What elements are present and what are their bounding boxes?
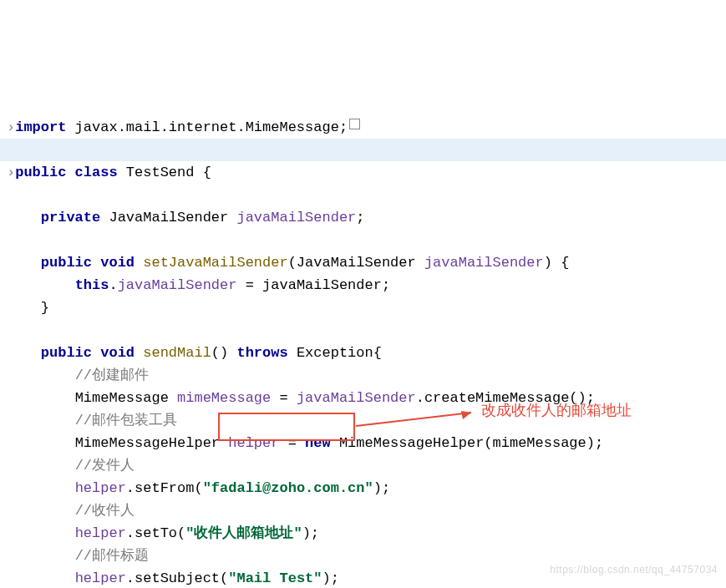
keyword-private: private: [41, 210, 100, 226]
method-name: setJavaMailSender: [135, 255, 288, 271]
comment: //创建邮件: [75, 368, 149, 383]
keyword-import: import: [15, 119, 66, 135]
keyword-public-void: public void: [41, 345, 135, 361]
fold-marker: ›: [7, 165, 15, 180]
keyword-throws: throws: [236, 345, 287, 361]
highlighted-line: [0, 139, 726, 161]
string-to-email: "收件人邮箱地址": [185, 525, 302, 541]
keyword-this: this: [75, 277, 109, 293]
collapse-icon: [349, 119, 360, 129]
field-name: javaMailSender: [236, 210, 356, 226]
keyword-new: new: [305, 435, 331, 451]
fold-marker: ›: [7, 119, 15, 135]
annotation-text: 改成收件人的邮箱地址: [481, 399, 632, 422]
comment: //邮件标题: [75, 548, 149, 564]
method-name: sendMail: [135, 345, 211, 361]
comment: //收件人: [75, 503, 135, 519]
comment: //邮件包装工具: [75, 413, 177, 428]
watermark: https://blog.csdn.net/qq_44757034: [550, 559, 718, 581]
string-from-email: "fadali@zoho.com.cn": [203, 480, 373, 496]
keyword-public-class: public class: [15, 165, 117, 180]
code-editor: ›import javax.mail.internet.MimeMessage;…: [0, 90, 726, 588]
keyword-public-void: public void: [41, 255, 135, 271]
string-subject: "Mail Test": [228, 570, 322, 586]
comment: //发件人: [75, 458, 135, 474]
